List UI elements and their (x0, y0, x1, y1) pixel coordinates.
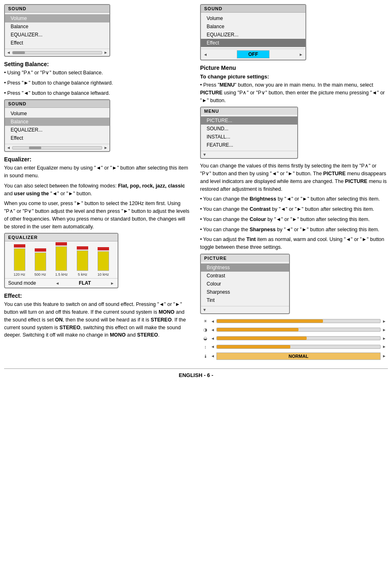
colour-icon: ◒ (202, 336, 209, 341)
scroll-thumb-2 (29, 147, 41, 149)
sharpness-right-arrow[interactable]: ► (382, 344, 386, 349)
eq-next-arrow[interactable]: ► (110, 281, 114, 286)
picture-item-brightness[interactable]: Brightness (201, 263, 289, 272)
eq-top-3 (56, 242, 67, 245)
eq-soundmode-value: FLAT (79, 280, 91, 286)
menu-item-effect-2[interactable]: Effect (5, 134, 109, 142)
eq-body-bar-2 (35, 252, 46, 271)
scroll-track-2 (12, 146, 102, 150)
scroll-right-2[interactable]: ► (104, 145, 108, 150)
picture-body-3: • You can change the Contrast by "◄" or … (200, 205, 388, 213)
menu-item-volume-3[interactable]: Volume (201, 14, 305, 22)
sharpness-left-arrow[interactable]: ◄ (211, 344, 215, 349)
main-menu-item-install[interactable]: INSTALL... (201, 133, 297, 141)
colour-left-arrow[interactable]: ◄ (211, 336, 215, 341)
sound-items-3: Volume Balance EQUALIZER... Effect (201, 13, 305, 49)
sliders-section: ☀ ◄ ► ◑ ◄ ► ◒ (200, 317, 388, 361)
menu-item-equalizer-1[interactable]: EQUALIZER... (5, 31, 109, 39)
scroll-right-1[interactable]: ► (104, 50, 108, 55)
menu-item-equalizer-3[interactable]: EQUALIZER... (201, 31, 305, 39)
scroll-left-1[interactable]: ◄ (7, 50, 11, 55)
eq-body-bar-4 (77, 250, 88, 271)
picture-menu-box: PICTURE Brightness Contrast Colour Sharp… (200, 254, 290, 314)
menu-item-effect-1[interactable]: Effect (5, 39, 109, 47)
colour-slider-row: ◒ ◄ ► (200, 335, 388, 342)
scroll-left-2[interactable]: ◄ (7, 145, 11, 150)
eq-bar-10khz: 10 kHz (98, 247, 109, 277)
eq-body-3: When you come to user, press "►" button … (4, 200, 192, 230)
contrast-left-arrow[interactable]: ◄ (211, 328, 215, 332)
sound-items-2: Volume Balance EQUALIZER... Effect (5, 108, 109, 144)
eq-body-bar-3 (56, 246, 67, 271)
picture-body-4: • You can change the Colour by "◄" or "►… (200, 216, 388, 223)
main-menu-box: MENU PICTURE... SOUND... INSTALL... FEAT… (200, 107, 298, 159)
picture-item-contrast[interactable]: Contrast (201, 272, 289, 280)
menu-item-balance-2[interactable]: Balance (5, 118, 109, 126)
menu-item-equalizer-2[interactable]: EQUALIZER... (5, 126, 109, 134)
effect-body: You can use this feature to switch on an… (4, 301, 192, 339)
two-column-layout: SOUND Volume Balance EQUALIZER... Effect… (4, 4, 388, 362)
main-menu-item-feature[interactable]: FEATURE... (201, 141, 297, 149)
main-menu-item-picture[interactable]: PICTURE... (201, 116, 297, 125)
sound-menu-effect: SOUND Volume Balance EQUALIZER... Effect… (200, 4, 306, 60)
contrast-icon: ◑ (202, 327, 209, 333)
picture-menu-heading: Picture Menu (200, 65, 388, 71)
picture-box-title: PICTURE (201, 254, 289, 262)
contrast-right-arrow[interactable]: ► (382, 328, 386, 332)
main-scroll-down[interactable]: ▼ (203, 152, 207, 157)
picture-body-5: • You can change the Sharpness by "◄" or… (200, 226, 388, 234)
brightness-fill (217, 319, 323, 323)
eq-bar-120hz: 120 Hz (13, 244, 25, 277)
eq-top-2 (35, 248, 46, 252)
eq-body-2: You can also select between the followin… (4, 182, 192, 198)
off-right-arrow[interactable]: ► (299, 52, 303, 57)
picture-body-1: You can change the values of this items … (200, 162, 388, 193)
tint-value: NORMAL (216, 353, 381, 360)
eq-body-1: You can enter Equalizer menu by using "◄… (4, 164, 192, 180)
to-change-heading: To change picture settings: (200, 74, 388, 80)
menu-item-balance-3[interactable]: Balance (201, 22, 305, 31)
off-left-arrow[interactable]: ◄ (203, 52, 207, 57)
brightness-slider-row: ☀ ◄ ► (200, 317, 388, 325)
eq-soundmode-label: Sound mode (8, 280, 36, 286)
main-menu-item-sound[interactable]: SOUND... (201, 125, 297, 133)
tint-left-arrow[interactable]: ◄ (211, 354, 215, 358)
tint-row: 🌡 ◄ NORMAL ► (200, 351, 388, 361)
menu-item-balance-1[interactable]: Balance (5, 22, 109, 31)
colour-right-arrow[interactable]: ► (382, 336, 386, 341)
eq-top-4 (77, 246, 88, 250)
equalizer-heading: Equalizer: (4, 156, 192, 163)
picture-body-2: • You can change the Brightness by "◄" o… (200, 195, 388, 203)
menu-item-volume-2[interactable]: Volume (5, 109, 109, 118)
eq-label-2: 500 Hz (34, 272, 46, 277)
eq-bar-5khz: 5 kHz (77, 246, 88, 277)
tint-right-arrow[interactable]: ► (382, 354, 386, 358)
picture-body-6: • You can adjust the Tint item as normal… (200, 236, 388, 251)
picture-scroll-down[interactable]: ▼ (203, 308, 207, 312)
eq-bars-container: 120 Hz 500 Hz 1.5 kHz (5, 241, 118, 278)
off-value: OFF (237, 50, 270, 58)
sound-title-2: SOUND (5, 100, 109, 108)
eq-prev-arrow[interactable]: ◄ (56, 281, 60, 286)
equalizer-box: EQUALIZER 120 Hz 500 Hz (4, 233, 118, 288)
brightness-right-arrow[interactable]: ► (382, 319, 386, 324)
sharpness-slider-row: ↕ ◄ ► (200, 343, 388, 350)
menu-item-effect-3[interactable]: Effect (201, 39, 305, 47)
scroll-track-1 (12, 51, 102, 54)
picture-box-items: Brightness Contrast Colour Sharpness Tin… (201, 262, 289, 306)
picture-item-colour[interactable]: Colour (201, 280, 289, 288)
colour-track (216, 336, 381, 340)
picture-item-sharpness[interactable]: Sharpness (201, 288, 289, 296)
sound-menu-volume: SOUND Volume Balance EQUALIZER... Effect… (4, 4, 110, 57)
eq-label-3: 1.5 kHz (55, 272, 68, 277)
scroll-bar-1: ◄ ► (5, 49, 109, 56)
main-menu-title: MENU (201, 107, 297, 115)
colour-fill (217, 337, 307, 340)
eq-soundmode-row: Sound mode ◄ FLAT ► (5, 278, 118, 288)
tint-icon: 🌡 (202, 354, 209, 359)
brightness-left-arrow[interactable]: ◄ (211, 319, 215, 324)
picture-item-tint[interactable]: Tint (201, 296, 289, 304)
menu-item-volume-1[interactable]: Volume (5, 14, 109, 22)
eq-body-bar-1 (14, 248, 25, 271)
eq-box-title: EQUALIZER (5, 234, 118, 241)
